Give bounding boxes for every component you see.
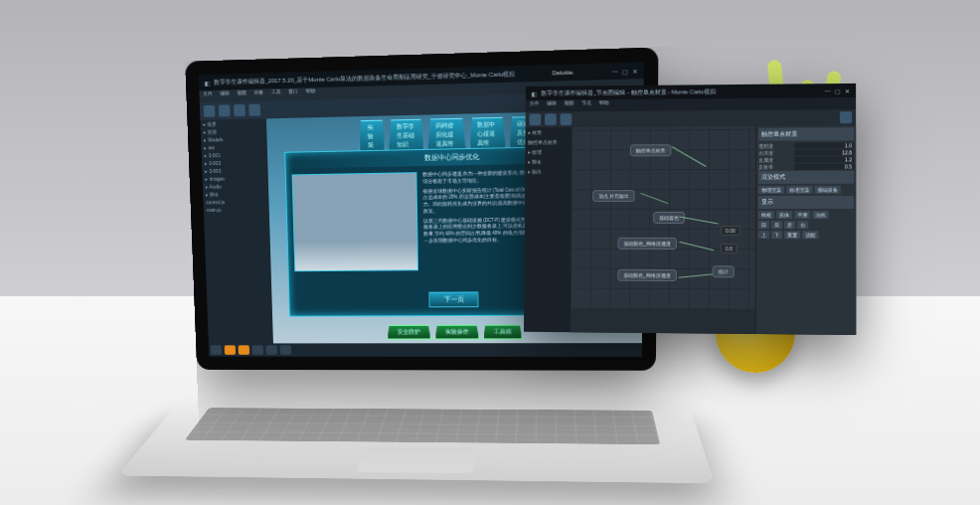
inspector-button[interactable]: 线框 xyxy=(758,211,774,219)
minimize-icon[interactable]: — xyxy=(825,87,831,93)
maximize-icon[interactable]: ▢ xyxy=(622,68,628,75)
inspector-row[interactable]: 反射率0.5 xyxy=(758,164,854,170)
inspector-button[interactable]: 标准渲染 xyxy=(786,186,812,194)
inspector-button[interactable]: 低端设备 xyxy=(815,186,841,194)
node-color1[interactable]: 基础颜色_网络连通度 xyxy=(618,238,677,250)
save-icon[interactable] xyxy=(219,104,231,116)
settings-icon[interactable] xyxy=(840,111,852,123)
inspector-title: 触控单点材质 xyxy=(758,127,854,141)
app-icon: ◧ xyxy=(532,89,538,96)
inspector-button[interactable]: 前 xyxy=(758,221,769,229)
bottom-tab[interactable]: 工具箱 xyxy=(483,325,522,340)
list-item[interactable]: ▸ 输出 xyxy=(525,166,572,176)
node-value-a[interactable]: 0.08 xyxy=(721,226,740,236)
list-item[interactable]: 文件 xyxy=(526,100,544,112)
list-item[interactable]: 触控单点材质 xyxy=(525,137,572,147)
inspector-row[interactable]: 金属度1.2 xyxy=(758,156,854,162)
list-item[interactable]: 工具 xyxy=(267,88,285,100)
redo-icon[interactable] xyxy=(248,104,260,116)
timeline-panel[interactable] xyxy=(571,308,755,334)
node-stats[interactable]: 统计 xyxy=(713,265,735,277)
list-item[interactable]: ▸ 材质 xyxy=(526,127,572,137)
inspector-button[interactable]: 后 xyxy=(771,221,782,229)
list-item[interactable]: 编辑 xyxy=(543,99,561,111)
app-icon: ◧ xyxy=(205,79,211,85)
node-color2[interactable]: 基础颜色_网络连通度 xyxy=(617,269,676,281)
list-item[interactable]: 对象 xyxy=(250,88,268,100)
node-vertex[interactable]: 顶点 片元输出 xyxy=(592,190,635,202)
next-page-button[interactable]: 下一页 xyxy=(429,291,479,307)
inspector-button[interactable]: 左 xyxy=(784,221,795,229)
inspector-section: 渲染模式 xyxy=(758,171,854,184)
inspector-panel[interactable]: 触控单点材质 透明度1.0光泽度12.8金属度1.2反射率0.5 渲染模式 物理… xyxy=(755,125,857,335)
graph-icon[interactable] xyxy=(561,113,572,125)
inspector-row[interactable]: 透明度1.0 xyxy=(758,142,854,148)
bottom-tabs[interactable]: 安全防护实验操作工具箱 xyxy=(387,325,522,340)
undo-icon[interactable] xyxy=(234,104,245,116)
node-value-b[interactable]: 0.8 xyxy=(721,244,737,253)
list-item[interactable]: 窗口 xyxy=(284,87,302,100)
home-icon[interactable] xyxy=(204,105,216,117)
inspector-button[interactable]: 实体 xyxy=(776,211,792,219)
inspector-button[interactable]: 平滑 xyxy=(794,211,810,219)
laptop-keyboard xyxy=(117,402,715,483)
right-sidebar[interactable]: ▸ 材质 触控单点材质▸ 纹理▸ 脚本▸ 输出 xyxy=(524,127,572,332)
list-item[interactable]: 帮助 xyxy=(302,87,320,100)
close-icon[interactable]: ✕ xyxy=(632,67,637,74)
inspector-button[interactable]: 物理渲染 xyxy=(758,186,784,194)
list-item[interactable]: 帮助 xyxy=(595,99,613,111)
list-item[interactable]: 节点 xyxy=(577,99,595,111)
statusbar xyxy=(209,343,642,357)
node-base-shading[interactable]: 基础着色 xyxy=(653,212,685,224)
maximize-icon[interactable]: ▢ xyxy=(835,87,841,94)
list-item[interactable]: 文件 xyxy=(199,90,216,102)
node-material[interactable]: 触控单点材质 xyxy=(630,144,672,156)
bottom-tab[interactable]: 安全防护 xyxy=(387,325,431,340)
right-app-window: ◧ 数字孪生课件编辑器_节点图编辑 - 触控单点材质 - Monte Carlo… xyxy=(524,84,856,335)
close-icon[interactable]: ✕ xyxy=(845,86,850,93)
window-title: 数字孪生课件编辑器_节点图编辑 - 触控单点材质 - Monte Carlo模拟 xyxy=(541,87,716,97)
bottom-tab[interactable]: 实验操作 xyxy=(434,325,479,340)
inspector-button[interactable]: 下 xyxy=(771,231,782,239)
list-item[interactable]: 编辑 xyxy=(216,89,234,101)
left-sidebar[interactable]: ▸ 场景▸ 资源 ▸ Models ▸ res ▸ 3-001 ▸ 3-002 … xyxy=(200,118,273,356)
brand: Deloitte. xyxy=(519,69,607,78)
inspector-button[interactable]: 法线 xyxy=(812,211,828,219)
inspector-section: 显示 xyxy=(758,196,854,209)
inspector-button[interactable]: 上 xyxy=(758,231,769,239)
inspector-button[interactable]: 重置 xyxy=(784,231,800,239)
inspector-row[interactable]: 光泽度12.8 xyxy=(758,149,854,155)
minimize-icon[interactable]: — xyxy=(612,68,618,74)
list-item[interactable]: ▸ 纹理 xyxy=(525,147,572,157)
inspector-button[interactable]: 右 xyxy=(797,221,808,229)
popup-image-datacenter xyxy=(292,172,418,271)
stop-icon[interactable] xyxy=(545,113,557,125)
list-item[interactable]: 视图 xyxy=(234,89,251,101)
list-item[interactable]: main.js xyxy=(204,205,269,214)
inspector-button[interactable]: 适配 xyxy=(802,231,818,239)
list-item[interactable]: 视图 xyxy=(561,99,578,111)
list-item[interactable]: ▸ 脚本 xyxy=(525,157,572,167)
node-canvas[interactable]: 触控单点材质 顶点 片元输出 基础着色 基础颜色_网络连通度 基础颜色_网络连通… xyxy=(571,126,755,310)
run-icon[interactable] xyxy=(529,113,541,125)
